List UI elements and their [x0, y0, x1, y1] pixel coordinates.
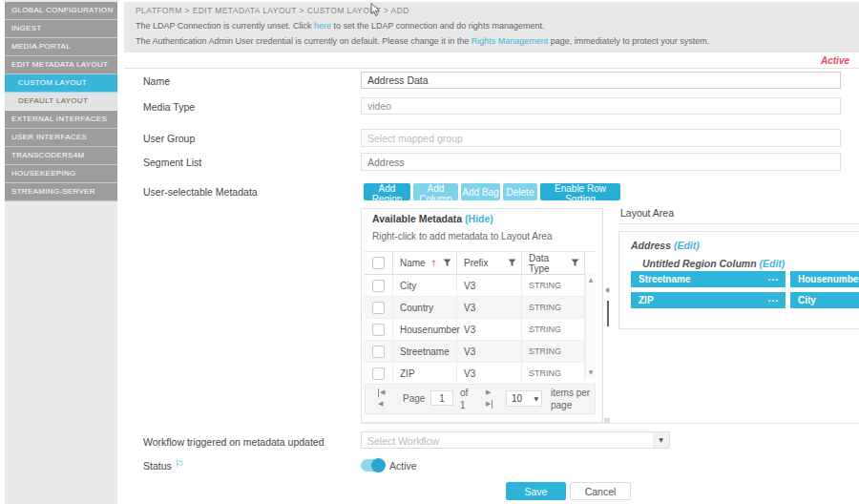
add-region-button[interactable]: Add Region	[364, 183, 410, 200]
filter-icon[interactable]	[508, 259, 516, 267]
previous-page-icon[interactable]: ◀	[378, 400, 383, 409]
cell-prefix: V3	[457, 275, 522, 296]
total-pages: 1	[460, 400, 466, 410]
sidebar-item-ingest[interactable]: INGEST	[5, 20, 117, 38]
metadata-chip-housenumber[interactable]: Housenumber	[790, 271, 859, 287]
name-column-header[interactable]: Name ↑	[393, 252, 457, 274]
media-type-input[interactable]	[361, 97, 841, 115]
sidebar-item-streaming-server[interactable]: STREAMING-SERVER	[5, 183, 117, 201]
layout-area-divider	[618, 223, 859, 224]
cell-data-type: STRING	[522, 297, 585, 318]
right-click-hint: Right-click to add metadata to Layout Ar…	[372, 231, 552, 242]
data-type-column-header[interactable]: Data Type	[522, 252, 585, 274]
status-label: Status	[143, 460, 172, 472]
layout-area-panel: Address (Edit) Untitled Region Column (E…	[618, 231, 859, 329]
custom-layout-add-screen: GLOBAL CONFIGURATION INGEST MEDIA PORTAL…	[0, 0, 859, 504]
flag-icon: ⚐	[175, 458, 184, 471]
table-row[interactable]: Streetname V3 STRING	[365, 341, 596, 363]
user-group-input[interactable]	[361, 129, 841, 147]
save-button[interactable]: Save	[506, 482, 566, 500]
sidebar-item-housekeeping[interactable]: HOUSEKEEPING	[5, 165, 117, 183]
segment-list-label: Segment List	[143, 157, 201, 168]
edit-region-link[interactable]: (Edit)	[760, 258, 786, 269]
collapse-arrow-icon[interactable]	[605, 287, 609, 293]
filter-icon[interactable]	[443, 259, 451, 267]
edit-group-link[interactable]: (Edit)	[674, 240, 700, 251]
chip-menu-icon[interactable]: ...	[768, 269, 779, 285]
table-row[interactable]: ZIP V3 STRING	[365, 363, 596, 385]
delete-button[interactable]: Delete	[503, 183, 537, 200]
metadata-chip-city[interactable]: City	[790, 292, 859, 308]
layout-area-title: Layout Area	[620, 207, 674, 219]
workflow-label: Workflow triggered on metadata updated	[143, 436, 325, 448]
cell-prefix: V3	[457, 363, 522, 384]
segment-list-input[interactable]	[361, 153, 841, 171]
sidebar: GLOBAL CONFIGURATION INGEST MEDIA PORTAL…	[5, 0, 117, 504]
select-all-checkbox[interactable]	[372, 257, 385, 269]
sidebar-item-custom-layout[interactable]: CUSTOM LAYOUT	[5, 74, 117, 93]
cell-name: City	[393, 275, 457, 296]
table-scrollbar[interactable]: ▲ ▼	[585, 273, 596, 378]
workflow-select[interactable]: Select Workflow ▼	[361, 431, 670, 449]
chevron-down-icon: ▼	[534, 395, 538, 402]
sidebar-item-media-portal[interactable]: MEDIA PORTAL	[5, 38, 117, 56]
add-column-button[interactable]: Add Column	[413, 183, 458, 200]
page-label: Page	[403, 393, 425, 404]
chip-menu-icon[interactable]: ...	[768, 290, 779, 306]
metadata-chip-streetname[interactable]: Streetname...	[631, 271, 786, 287]
page-size-select[interactable]: 10 ▼	[506, 390, 542, 407]
enable-row-sorting-button[interactable]: Enable Row Sorting	[540, 183, 620, 200]
page-of-total: of1	[460, 387, 468, 411]
status-toggle[interactable]	[361, 459, 384, 472]
page-number-input[interactable]	[430, 390, 453, 406]
row-checkbox-cell	[365, 275, 393, 296]
row-checkbox[interactable]	[372, 368, 385, 380]
filter-icon[interactable]	[571, 259, 579, 267]
chip-label: Housenumber	[798, 274, 859, 284]
row-checkbox[interactable]	[372, 280, 385, 292]
prefix-column-header[interactable]: Prefix	[457, 252, 522, 274]
table-row[interactable]: City V3 STRING	[365, 275, 596, 297]
media-type-label: Media Type	[143, 101, 195, 113]
sidebar-item-global-configuration[interactable]: GLOBAL CONFIGURATION	[5, 2, 117, 20]
status-banner: Active	[821, 55, 849, 66]
next-page-icon[interactable]: ▶	[486, 388, 491, 397]
layout-region-name: Untitled Region Column	[642, 258, 757, 269]
cell-prefix: V3	[457, 319, 522, 340]
last-page-icon[interactable]: ▶	[486, 400, 492, 409]
hide-link[interactable]: (Hide)	[465, 213, 493, 224]
scroll-up-icon[interactable]: ▲	[586, 276, 596, 283]
first-page-icon[interactable]: ◀	[378, 388, 385, 397]
sidebar-item-transcoders4m[interactable]: TRANSCODERS4M	[5, 147, 117, 165]
top-divider	[124, 68, 859, 69]
add-bag-button[interactable]: Add Bag	[461, 183, 500, 200]
panel-splitter[interactable]	[606, 208, 610, 420]
row-checkbox[interactable]	[372, 324, 385, 336]
scroll-down-icon[interactable]: ▼	[586, 368, 596, 375]
section-divider	[361, 423, 859, 424]
sidebar-item-user-interfaces[interactable]: USER INTERFACES	[5, 129, 117, 147]
row-checkbox[interactable]	[372, 346, 385, 358]
breadcrumb: PLATFORM > EDIT METADATA LAYOUT > CUSTOM…	[136, 6, 409, 15]
splitter-handle[interactable]	[607, 301, 609, 326]
ldap-notice: The LDAP Connection is currently unset. …	[136, 21, 544, 31]
prefix-header-label: Prefix	[464, 258, 489, 268]
metadata-chip-zip[interactable]: ZIP...	[631, 292, 786, 308]
table-row[interactable]: Housenumber V3 STRING	[365, 319, 596, 341]
sidebar-item-edit-metadata-layout[interactable]: EDIT METADATA LAYOUT	[5, 56, 117, 74]
user-selectable-metadata-label: User-selectable Metadata	[143, 186, 258, 198]
name-input[interactable]	[361, 72, 841, 89]
table-row[interactable]: Country V3 STRING	[365, 297, 596, 319]
rights-management-link[interactable]: Rights Management	[471, 36, 549, 46]
metadata-table: Name ↑ Prefix Data Type City V3 STRING	[365, 251, 596, 378]
row-checkbox-cell	[365, 363, 393, 384]
chip-label: Streetname	[639, 274, 690, 284]
sidebar-item-external-interfaces[interactable]: EXTERNAL INTERFACES	[5, 111, 117, 129]
user-group-label: User Group	[143, 133, 195, 144]
ldap-here-link[interactable]: here	[314, 21, 331, 31]
sidebar-item-default-layout[interactable]: DEFAULT LAYOUT	[5, 93, 117, 111]
layout-group: Address (Edit)	[631, 240, 700, 251]
cancel-button[interactable]: Cancel	[570, 482, 631, 500]
available-metadata-panel: Available Metadata (Hide) Right-click to…	[361, 208, 603, 423]
row-checkbox[interactable]	[372, 302, 385, 314]
